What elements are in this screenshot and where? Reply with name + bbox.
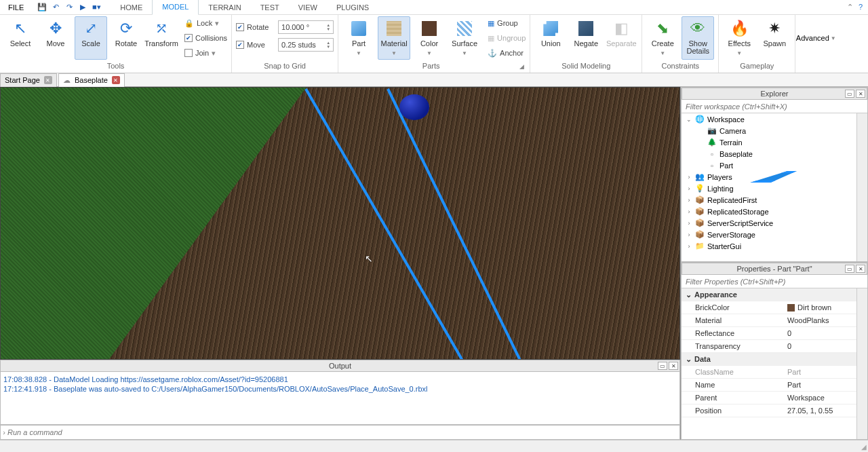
tree-node[interactable]: ›📦ReplicatedStorage bbox=[682, 206, 867, 217]
negate-button[interactable]: Negate bbox=[570, 16, 602, 60]
transform-button[interactable]: ⤱Transform bbox=[145, 16, 178, 60]
group-gameplay: 🔥Effects▼ ✷Spawn Gameplay bbox=[719, 15, 795, 73]
lock-toggle[interactable]: 🔒Lock▾ bbox=[184, 16, 227, 30]
output-header: Output ▭✕ bbox=[0, 360, 680, 372]
explorer-header: Explorer ▭✕ bbox=[682, 88, 867, 100]
tree-node[interactable]: ›📦ServerStorage bbox=[682, 229, 867, 240]
material-button[interactable]: Material▼ bbox=[378, 16, 410, 60]
scrollbar[interactable] bbox=[856, 288, 867, 439]
tab-terrain[interactable]: TERRAIN bbox=[199, 0, 250, 15]
stop-icon[interactable]: ■▾ bbox=[92, 3, 101, 12]
close-icon[interactable]: ✕ bbox=[112, 76, 120, 84]
tab-view[interactable]: VIEW bbox=[289, 0, 327, 15]
play-icon[interactable]: ▶ bbox=[78, 3, 87, 12]
tree-node[interactable]: 🌲Terrain bbox=[682, 136, 867, 148]
save-icon[interactable]: 💾 bbox=[37, 3, 47, 12]
prop-row[interactable]: NamePart bbox=[682, 379, 867, 392]
group-button[interactable]: ▦Group bbox=[488, 16, 526, 30]
prop-section[interactable]: ⌄Data bbox=[682, 353, 867, 366]
group-title-snap: Snap to Grid bbox=[264, 60, 306, 71]
move-snap-input[interactable]: 0.25 studs▲▼ bbox=[278, 38, 334, 52]
viewport-3d[interactable]: ↖ bbox=[0, 87, 680, 360]
help-icon[interactable]: ? bbox=[859, 3, 863, 12]
union-button[interactable]: Union bbox=[534, 16, 567, 60]
group-title-tools: Tools bbox=[107, 60, 125, 71]
prop-section[interactable]: ⌄Appearance bbox=[682, 288, 867, 301]
move-snap-check[interactable]: ✔ bbox=[236, 41, 244, 49]
doctab-startpage[interactable]: Start Page✕ bbox=[0, 73, 57, 87]
rotate-snap-check[interactable]: ✔ bbox=[236, 23, 244, 31]
tree-node[interactable]: ›📦ServerScriptService bbox=[682, 217, 867, 229]
resize-grip-icon[interactable]: ◢ bbox=[861, 443, 867, 451]
prop-row[interactable]: Transparency0 bbox=[682, 340, 867, 353]
group-solid: Union Negate ◧Separate Solid Modeling bbox=[530, 15, 642, 73]
properties-filter-input[interactable] bbox=[682, 275, 867, 288]
scrollbar[interactable] bbox=[856, 113, 867, 261]
command-input[interactable] bbox=[7, 428, 679, 436]
prop-row[interactable]: ClassNamePart bbox=[682, 366, 867, 379]
close-icon[interactable]: ✕ bbox=[669, 362, 678, 370]
tab-model[interactable]: MODEL bbox=[152, 0, 199, 15]
collisions-toggle[interactable]: ✔Collisions bbox=[184, 31, 227, 45]
surface-button[interactable]: Surface▼ bbox=[448, 16, 481, 60]
close-icon[interactable]: ✕ bbox=[856, 265, 865, 273]
scale-button[interactable]: ⤢Scale bbox=[75, 16, 107, 60]
collapse-ribbon-icon[interactable]: ⌃ bbox=[847, 3, 853, 12]
color-button[interactable]: Color▼ bbox=[413, 16, 446, 60]
tab-test[interactable]: TEST bbox=[251, 0, 289, 15]
blue-sphere-part bbox=[399, 94, 429, 120]
undock-icon[interactable]: ▭ bbox=[658, 362, 667, 370]
group-title-solid: Solid Modeling bbox=[561, 60, 610, 71]
properties-header: Properties - Part "Part" ▭✕ bbox=[682, 263, 867, 275]
prop-row[interactable]: MaterialWoodPlanks bbox=[682, 314, 867, 327]
redo-icon[interactable]: ↷ bbox=[64, 3, 74, 12]
group-title-gameplay: Gameplay bbox=[740, 60, 774, 71]
tab-plugins[interactable]: PLUGINS bbox=[327, 0, 378, 15]
undo-icon[interactable]: ↶ bbox=[51, 3, 60, 12]
tree-node[interactable]: ▫Baseplate bbox=[682, 148, 867, 159]
explorer-tree[interactable]: ⌄🌐Workspace📷Camera🌲Terrain▫Baseplate▫Par… bbox=[682, 113, 867, 261]
parts-dialog-launcher[interactable]: ◢ bbox=[519, 63, 524, 70]
advanced-button[interactable]: Advanced bbox=[796, 34, 829, 42]
undock-icon[interactable]: ▭ bbox=[845, 265, 854, 273]
tree-node[interactable]: ›📁StarterGui bbox=[682, 240, 867, 252]
group-snap: ✔Rotate 10.000 °▲▼ ✔Move 0.25 studs▲▼ Sn… bbox=[232, 15, 338, 73]
cursor-icon: ↖ bbox=[365, 253, 373, 264]
show-details-button[interactable]: 👁Show Details bbox=[682, 16, 714, 60]
undock-icon[interactable]: ▭ bbox=[845, 90, 854, 98]
tab-home[interactable]: HOME bbox=[111, 0, 152, 15]
prop-row[interactable]: ParentWorkspace bbox=[682, 392, 867, 404]
tree-node[interactable]: ⌄🌐Workspace bbox=[682, 113, 867, 125]
rotate-snap-input[interactable]: 10.000 °▲▼ bbox=[278, 20, 334, 34]
output-line: 17:08:38.828 - DataModel Loading https:/… bbox=[3, 375, 677, 384]
anchor-button[interactable]: ⚓Anchor bbox=[488, 46, 526, 60]
prop-row[interactable]: BrickColorDirt brown bbox=[682, 301, 867, 314]
spawn-button[interactable]: ✷Spawn bbox=[758, 16, 791, 60]
status-bar: ◢ bbox=[0, 440, 868, 452]
prop-row[interactable]: Reflectance0 bbox=[682, 327, 867, 340]
effects-button[interactable]: 🔥Effects▼ bbox=[723, 16, 755, 60]
close-icon[interactable]: ✕ bbox=[44, 76, 52, 84]
tree-node[interactable]: 📷Camera bbox=[682, 125, 867, 136]
file-menu[interactable]: FILE bbox=[0, 0, 32, 15]
rotate-button[interactable]: ⟳Rotate bbox=[110, 16, 142, 60]
close-icon[interactable]: ✕ bbox=[856, 90, 865, 98]
tree-node[interactable]: ›💡Lighting bbox=[682, 183, 867, 194]
explorer-filter-input[interactable] bbox=[682, 100, 867, 113]
tree-node[interactable]: ›📦ReplicatedFirst bbox=[682, 194, 867, 206]
prop-row[interactable]: Position27.05, 1, 0.55 bbox=[682, 404, 867, 417]
ungroup-button[interactable]: ▦Ungroup bbox=[488, 31, 526, 45]
part-button[interactable]: Part▼ bbox=[342, 16, 375, 60]
join-toggle[interactable]: Join▾ bbox=[184, 46, 227, 60]
select-button[interactable]: ↖Select bbox=[4, 16, 37, 60]
properties-grid[interactable]: ⌄AppearanceBrickColorDirt brownMaterialW… bbox=[682, 288, 867, 439]
move-button[interactable]: ✥Move bbox=[39, 16, 72, 60]
separate-button: ◧Separate bbox=[605, 16, 637, 60]
ribbon-tabs: HOME MODEL TERRAIN TEST VIEW PLUGINS bbox=[111, 0, 378, 15]
output-panel[interactable]: 17:08:38.828 - DataModel Loading https:/… bbox=[0, 372, 680, 425]
tree-node[interactable]: ▫Part bbox=[682, 159, 867, 171]
command-bar[interactable]: › bbox=[0, 425, 680, 440]
create-constraint-button[interactable]: ⬊Create▼ bbox=[646, 16, 679, 60]
ribbon: ↖Select ✥Move ⤢Scale ⟳Rotate ⤱Transform … bbox=[0, 15, 868, 73]
doctab-baseplate[interactable]: ☁Baseplate✕ bbox=[58, 73, 125, 87]
